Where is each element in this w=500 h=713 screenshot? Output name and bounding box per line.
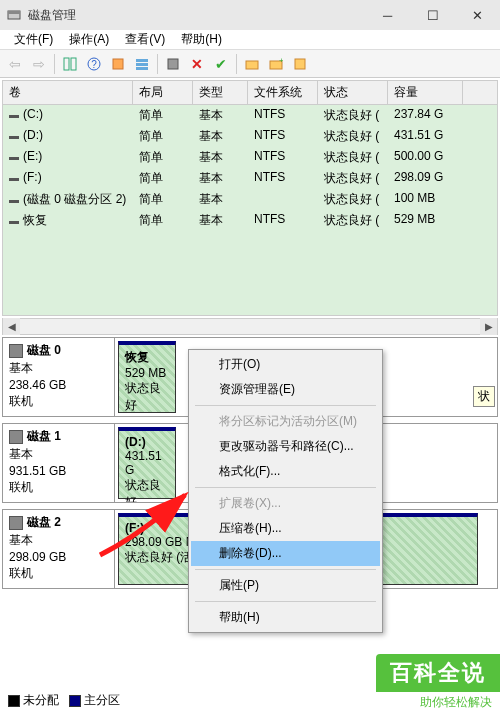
col-layout[interactable]: 布局	[133, 81, 193, 104]
menu-view[interactable]: 查看(V)	[117, 29, 173, 50]
svg-rect-9	[136, 67, 148, 70]
legend-primary-swatch	[69, 695, 81, 707]
svg-rect-7	[136, 59, 148, 62]
menu-action[interactable]: 操作(A)	[61, 29, 117, 50]
titlebar: 磁盘管理 ─ ☐ ✕	[0, 0, 500, 30]
scroll-left-button[interactable]: ◀	[3, 318, 20, 335]
svg-rect-8	[136, 63, 148, 66]
svg-text:?: ?	[91, 59, 97, 70]
svg-text:+: +	[279, 57, 283, 65]
new-folder-button[interactable]: +	[265, 53, 287, 75]
legend-primary-label: 主分区	[84, 693, 120, 707]
menu-file[interactable]: 文件(F)	[6, 29, 61, 50]
scroll-right-button[interactable]: ▶	[480, 318, 497, 335]
legend: 未分配 主分区	[4, 690, 124, 711]
svg-rect-3	[71, 58, 76, 70]
volume-row[interactable]: ▬恢复简单基本NTFS状态良好 (529 MB	[3, 210, 497, 231]
watermark-main: 百科全说	[376, 654, 500, 692]
svg-rect-2	[64, 58, 69, 70]
maximize-button[interactable]: ☐	[410, 0, 455, 30]
h-scrollbar[interactable]: ◀ ▶	[2, 318, 498, 335]
separator	[195, 487, 376, 488]
volume-row[interactable]: ▬(F:)简单基本NTFS状态良好 (298.09 G	[3, 168, 497, 189]
col-capacity[interactable]: 容量	[388, 81, 463, 104]
disk-label[interactable]: 磁盘 2基本298.09 GB联机	[3, 510, 115, 588]
ctx-delete-volume[interactable]: 删除卷(D)...	[191, 541, 380, 566]
window-title: 磁盘管理	[28, 7, 365, 24]
help-button[interactable]: ?	[83, 53, 105, 75]
svg-rect-11	[246, 61, 258, 69]
ctx-format[interactable]: 格式化(F)...	[191, 459, 380, 484]
ctx-extend[interactable]: 扩展卷(X)...	[191, 491, 380, 516]
ctx-open[interactable]: 打开(O)	[191, 352, 380, 377]
delete-button[interactable]: ✕	[186, 53, 208, 75]
volume-row[interactable]: ▬(D:)简单基本NTFS状态良好 (431.51 G	[3, 126, 497, 147]
menu-help[interactable]: 帮助(H)	[173, 29, 230, 50]
ctx-mark-active[interactable]: 将分区标记为活动分区(M)	[191, 409, 380, 434]
svg-rect-10	[168, 59, 178, 69]
tooltip: 状	[473, 386, 495, 407]
back-button[interactable]: ⇦	[4, 53, 26, 75]
partition[interactable]: (D:)431.51 G状态良好	[118, 427, 176, 499]
separator	[195, 601, 376, 602]
watermark-sub: 助你轻松解决	[376, 692, 500, 713]
watermark: 百科全说 助你轻松解决	[376, 654, 500, 713]
ctx-properties[interactable]: 属性(P)	[191, 573, 380, 598]
check-button[interactable]: ✔	[210, 53, 232, 75]
menubar: 文件(F) 操作(A) 查看(V) 帮助(H)	[0, 30, 500, 50]
legend-unalloc-label: 未分配	[23, 693, 59, 707]
forward-button[interactable]: ⇨	[28, 53, 50, 75]
separator	[157, 54, 158, 74]
legend-unalloc-swatch	[8, 695, 20, 707]
properties-button[interactable]	[289, 53, 311, 75]
separator	[195, 569, 376, 570]
separator	[195, 405, 376, 406]
separator	[54, 54, 55, 74]
layout-button[interactable]	[59, 53, 81, 75]
svg-rect-14	[295, 59, 305, 69]
partition[interactable]: 恢复529 MB状态良好	[118, 341, 176, 413]
col-type[interactable]: 类型	[193, 81, 248, 104]
svg-rect-6	[113, 59, 123, 69]
disk-label[interactable]: 磁盘 1基本931.51 GB联机	[3, 424, 115, 502]
ctx-shrink[interactable]: 压缩卷(H)...	[191, 516, 380, 541]
minimize-button[interactable]: ─	[365, 0, 410, 30]
svg-rect-1	[8, 11, 20, 14]
col-volume[interactable]: 卷	[3, 81, 133, 104]
context-menu: 打开(O) 资源管理器(E) 将分区标记为活动分区(M) 更改驱动器号和路径(C…	[188, 349, 383, 633]
ctx-explorer[interactable]: 资源管理器(E)	[191, 377, 380, 402]
ctx-change-drive[interactable]: 更改驱动器号和路径(C)...	[191, 434, 380, 459]
col-status[interactable]: 状态	[318, 81, 388, 104]
volume-row[interactable]: ▬(E:)简单基本NTFS状态良好 (500.00 G	[3, 147, 497, 168]
volume-row[interactable]: ▬(C:)简单基本NTFS状态良好 (237.84 G	[3, 105, 497, 126]
app-icon	[6, 7, 22, 23]
settings-button[interactable]	[107, 53, 129, 75]
volume-list: 卷 布局 类型 文件系统 状态 容量 ▬(C:)简单基本NTFS状态良好 (23…	[2, 80, 498, 316]
volume-list-body[interactable]: ▬(C:)简单基本NTFS状态良好 (237.84 G▬(D:)简单基本NTFS…	[3, 105, 497, 315]
refresh-button[interactable]	[162, 53, 184, 75]
ctx-help[interactable]: 帮助(H)	[191, 605, 380, 630]
separator	[236, 54, 237, 74]
disk-label[interactable]: 磁盘 0基本238.46 GB联机	[3, 338, 115, 416]
folder-button[interactable]	[241, 53, 263, 75]
list-button[interactable]	[131, 53, 153, 75]
volume-row[interactable]: ▬(磁盘 0 磁盘分区 2)简单基本状态良好 (100 MB	[3, 189, 497, 210]
volume-list-header: 卷 布局 类型 文件系统 状态 容量	[3, 81, 497, 105]
col-fs[interactable]: 文件系统	[248, 81, 318, 104]
toolbar: ⇦ ⇨ ? ✕ ✔ +	[0, 50, 500, 78]
close-button[interactable]: ✕	[455, 0, 500, 30]
